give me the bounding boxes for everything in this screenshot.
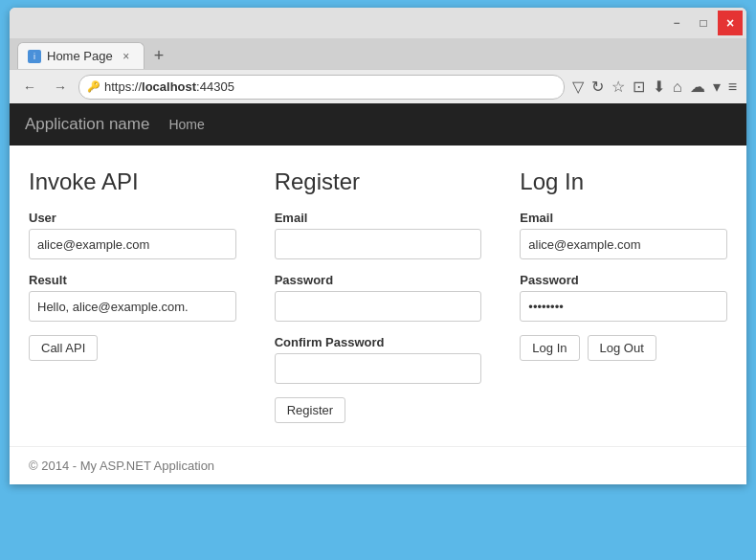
url-display: https://localhost:44305	[104, 79, 234, 94]
logout-button[interactable]: Log Out	[588, 335, 656, 361]
back-button[interactable]: ←	[17, 75, 42, 100]
footer-text: © 2014 - My ASP.NET Application	[29, 459, 214, 473]
login-password-label: Password	[520, 273, 727, 287]
active-tab[interactable]: i Home Page ×	[17, 42, 145, 69]
confirm-password-input[interactable]	[275, 353, 482, 384]
confirm-password-group: Confirm Password	[275, 335, 482, 384]
url-text: https://localhost:44305	[104, 79, 234, 94]
register-email-group: Email	[275, 211, 482, 259]
address-bar: ← → 🔑 https://localhost:44305 ▽ ↻ ☆ ⊡ ⬇ …	[10, 69, 746, 103]
invoke-api-title: Invoke API	[29, 168, 236, 195]
login-email-input[interactable]	[520, 229, 727, 259]
result-label: Result	[29, 273, 236, 287]
title-bar-controls: − □ ×	[664, 11, 746, 35]
register-password-label: Password	[275, 273, 482, 287]
register-section: Register Email Password Confirm Password…	[275, 168, 482, 423]
app-content: Application name Home Invoke API User Re…	[10, 103, 746, 484]
login-title: Log In	[520, 168, 727, 195]
tab-close-icon[interactable]: ×	[119, 49, 134, 64]
maximize-button[interactable]: □	[691, 11, 716, 35]
tab-favicon: i	[28, 50, 41, 63]
app-brand: Application name	[25, 115, 149, 134]
register-password-input[interactable]	[275, 291, 482, 322]
close-button[interactable]: ×	[718, 11, 743, 35]
call-api-button[interactable]: Call API	[29, 335, 98, 361]
result-form-group: Result	[29, 273, 236, 322]
footer: © 2014 - My ASP.NET Application	[10, 446, 746, 484]
register-title: Register	[275, 168, 482, 195]
register-password-group: Password	[275, 273, 482, 322]
app-navbar: Application name Home	[10, 103, 746, 146]
download-icon[interactable]: ⬇	[651, 76, 667, 98]
login-password-group: Password	[520, 273, 727, 322]
refresh-icon[interactable]: ↻	[589, 76, 606, 98]
login-button-group: Log In Log Out	[520, 335, 727, 361]
nav-home-link[interactable]: Home	[168, 117, 204, 132]
tab-label: Home Page	[47, 49, 113, 63]
register-email-label: Email	[275, 211, 482, 225]
register-button[interactable]: Register	[275, 397, 345, 423]
login-email-group: Email	[520, 211, 727, 259]
favorites-icon[interactable]: ☁	[688, 76, 707, 98]
user-form-group: User	[29, 211, 236, 259]
title-bar: − □ ×	[10, 8, 746, 38]
tab-bar: i Home Page × +	[10, 38, 746, 69]
bookmark-icon[interactable]: ☆	[610, 76, 627, 98]
confirm-password-label: Confirm Password	[275, 335, 482, 349]
home-icon[interactable]: ⌂	[671, 77, 684, 98]
login-button[interactable]: Log In	[520, 335, 579, 361]
result-input[interactable]	[29, 291, 236, 322]
url-box[interactable]: 🔑 https://localhost:44305	[78, 75, 565, 100]
reading-icon[interactable]: ⊡	[631, 76, 647, 98]
user-input[interactable]	[29, 229, 236, 259]
forward-button[interactable]: →	[48, 75, 73, 100]
invoke-api-section: Invoke API User Result Call API	[29, 168, 236, 423]
dropdown-icon[interactable]: ▽	[570, 76, 586, 98]
register-email-input[interactable]	[275, 229, 482, 259]
new-tab-button[interactable]: +	[148, 42, 170, 69]
minimize-button[interactable]: −	[664, 11, 689, 35]
main-content: Invoke API User Result Call API Register…	[10, 146, 746, 446]
address-actions: ▽ ↻ ☆ ⊡ ⬇ ⌂ ☁ ▾ ≡	[570, 76, 739, 98]
browser-window: − □ × i Home Page × + ← → 🔑 https://loca…	[10, 8, 746, 484]
login-password-input[interactable]	[520, 291, 727, 322]
menu-icon[interactable]: ≡	[726, 77, 739, 98]
lock-icon: 🔑	[87, 80, 100, 93]
login-email-label: Email	[520, 211, 727, 225]
login-section: Log In Email Password Log In Log Out	[520, 168, 727, 423]
favorites-dropdown-icon[interactable]: ▾	[711, 76, 723, 98]
user-label: User	[29, 211, 236, 225]
